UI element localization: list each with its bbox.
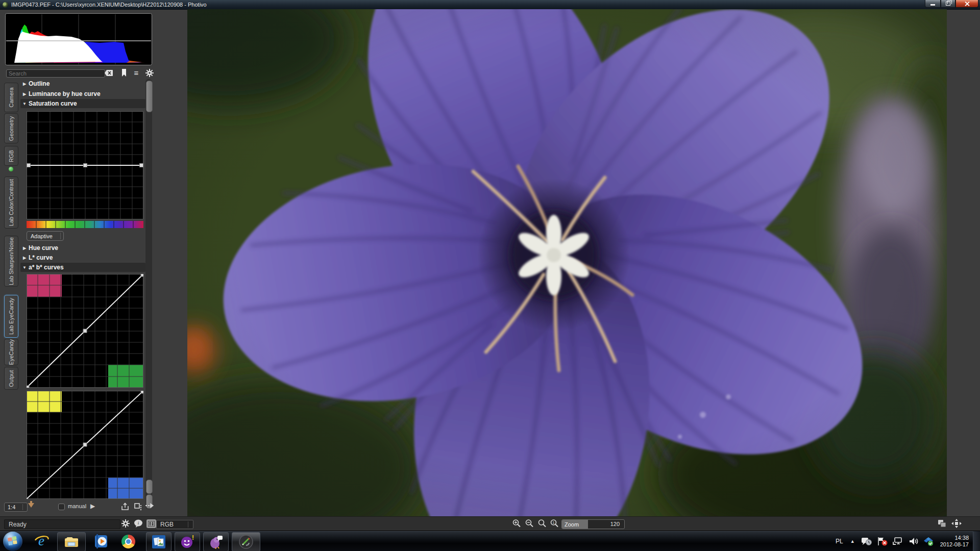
status-bar: Ready i RGB 1 Zoom 120 [0, 516, 980, 531]
volume-icon[interactable] [909, 537, 919, 546]
taskbar-chrome[interactable] [117, 532, 139, 550]
export-icon[interactable] [120, 502, 130, 512]
bookmark-icon[interactable] [119, 68, 129, 78]
action-center-flag-icon[interactable] [877, 537, 888, 546]
clear-search-icon[interactable] [104, 68, 113, 78]
photivo-window: IMGP0473.PEF - C:\Users\xyrcon.XENIUM\De… [0, 0, 980, 551]
section-lstar-curve[interactable]: ▶ L* curve [20, 253, 145, 262]
tab-output[interactable]: Output [4, 367, 18, 390]
play-icon[interactable]: ▶ [90, 503, 95, 510]
tab-lab-sharpen-noise[interactable]: Lab Sharpen/Noise [4, 236, 18, 287]
manual-checkbox[interactable] [58, 504, 65, 510]
forward-arrow-icon[interactable] [145, 502, 154, 510]
adaptive-button[interactable]: Adaptive [27, 231, 64, 241]
close-icon [964, 2, 970, 6]
expand-arrow-icon: ▼ [20, 265, 29, 270]
section-outline[interactable]: ▶ Outline [20, 79, 145, 88]
dropbox-icon[interactable] [923, 536, 934, 546]
zoom-100-icon[interactable]: 1 [550, 519, 559, 530]
clock-date: 2012-08-17 [940, 541, 969, 548]
svg-text:1: 1 [552, 520, 555, 525]
pan-move-icon[interactable] [951, 519, 962, 530]
manual-label: manual [68, 503, 86, 509]
detail-view-button[interactable] [146, 519, 156, 528]
collapse-arrow-icon: ▶ [20, 82, 29, 86]
collapse-arrow-icon: ▶ [20, 246, 29, 251]
tab-camera[interactable]: Camera [4, 83, 18, 112]
collapse-arrow-icon: ▶ [20, 92, 29, 96]
language-indicator[interactable]: PL [836, 538, 843, 545]
system-tray: PL ▲ 14:38 2012-08-17 [836, 531, 980, 551]
expand-arrow-icon: ▼ [20, 102, 29, 106]
image-canvas[interactable] [187, 9, 947, 516]
svg-text:!: ! [192, 535, 194, 541]
a-curve-editor[interactable] [27, 274, 143, 390]
tab-lab-eyecandy[interactable]: Lab EyeCandy [4, 295, 18, 338]
menu-icon[interactable]: ≡ [132, 68, 141, 78]
zoom-slider[interactable]: Zoom 120 [561, 519, 625, 529]
minimize-button[interactable] [925, 0, 941, 8]
photivo-app-icon [3, 2, 8, 8]
run-pipe-arrow-icon[interactable] [28, 503, 34, 508]
zoom-label: Zoom [562, 520, 588, 529]
zoom-out-icon[interactable] [525, 519, 534, 530]
copy-settings-icon[interactable] [133, 502, 142, 512]
tab-rgb[interactable]: RGB [4, 146, 18, 166]
scrollbar-thumb[interactable] [146, 81, 153, 112]
zoom-value: 120 [610, 521, 620, 527]
section-hue-curve[interactable]: ▶ Hue curve [20, 243, 145, 253]
restore-button[interactable] [941, 0, 955, 8]
minimize-icon [930, 4, 935, 6]
taskbar-internet-explorer[interactable]: e [31, 532, 52, 550]
tab-geometry[interactable]: Geometry [4, 113, 18, 143]
gear-icon[interactable] [145, 68, 154, 78]
window-title: IMGP0473.PEF - C:\Users\xyrcon.XENIUM\De… [11, 2, 207, 8]
b-curve-editor[interactable] [27, 391, 143, 501]
section-ab-curves[interactable]: ▼ a* b* curves [20, 263, 145, 272]
taskbar-windows-explorer[interactable] [57, 532, 86, 551]
taskbar-photivo[interactable] [232, 532, 260, 551]
tray-expand-icon[interactable]: ▲ [850, 539, 855, 544]
tab-lab-color-contrast[interactable]: Lab Color/Contrast [4, 177, 18, 229]
status-message: Ready [4, 519, 120, 529]
zoom-fit-icon[interactable] [537, 519, 547, 530]
saturation-curve-editor[interactable] [27, 111, 143, 221]
collapse-arrow-icon: ▶ [20, 256, 29, 260]
batch-pages-icon[interactable] [937, 519, 947, 530]
close-button[interactable] [955, 0, 978, 8]
histogram-chart [5, 13, 152, 65]
title-bar[interactable]: IMGP0473.PEF - C:\Users\xyrcon.XENIUM\De… [0, 0, 980, 10]
tab-eyecandy[interactable]: EyeCandy [4, 339, 18, 365]
scrollbar-button-up[interactable] [146, 480, 153, 494]
show-desktop-button[interactable] [973, 531, 980, 551]
info-bubble-icon[interactable]: i [134, 519, 143, 530]
histogram-panel[interactable] [5, 13, 152, 65]
photo-balloon-flower [187, 9, 947, 516]
settings-gear-icon[interactable] [121, 519, 130, 530]
panel-scrollbar[interactable] [145, 79, 152, 509]
zoom-in-icon[interactable] [512, 519, 521, 530]
colorspace-select[interactable]: RGB [156, 520, 193, 529]
window-controls [925, 0, 978, 8]
start-button[interactable] [3, 532, 22, 551]
taskbar-photo-viewer[interactable] [146, 532, 172, 551]
restore-icon [946, 2, 950, 6]
search-input[interactable] [6, 69, 105, 78]
messenger-tray-icon[interactable] [861, 537, 872, 546]
section-luminance-by-hue[interactable]: ▶ Luminance by hue curve [20, 89, 145, 98]
network-icon[interactable] [893, 537, 904, 546]
clock-time: 14:38 [940, 535, 969, 541]
clock[interactable]: 14:38 2012-08-17 [940, 535, 969, 548]
taskbar-media-player[interactable] [91, 532, 112, 550]
pipe-size-select[interactable]: 1:4 [4, 503, 28, 512]
taskbar-yahoo-messenger[interactable]: ! [175, 532, 200, 551]
taskbar-pidgin[interactable] [203, 532, 229, 551]
rgb-active-dot [9, 167, 13, 171]
pipe-controls: 1:4 manual ▶ [0, 501, 187, 514]
windows-logo-icon [8, 537, 18, 546]
section-saturation-curve[interactable]: ▼ Saturation curve [20, 99, 145, 108]
hue-gradient-bar [27, 221, 143, 230]
windows-taskbar: e ! PL ▲ [0, 531, 980, 551]
